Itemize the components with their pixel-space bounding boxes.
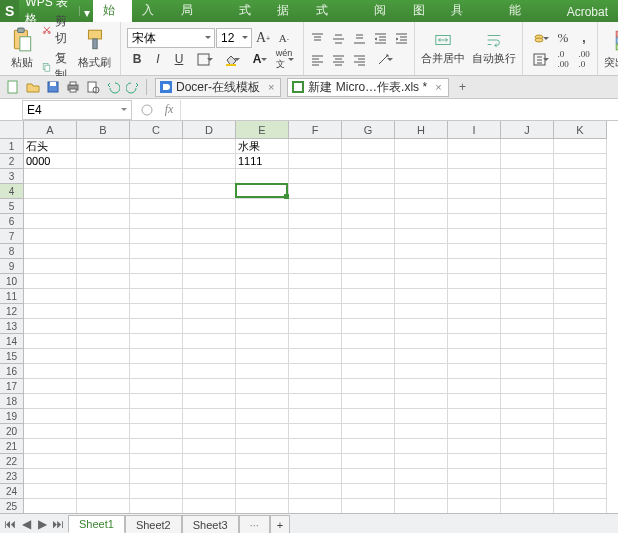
new-button[interactable] bbox=[4, 78, 22, 96]
cell-E14[interactable] bbox=[236, 334, 289, 349]
cell-H9[interactable] bbox=[395, 259, 448, 274]
cell-G17[interactable] bbox=[342, 379, 395, 394]
cell-K15[interactable] bbox=[554, 349, 607, 364]
cell-H7[interactable] bbox=[395, 229, 448, 244]
cell-A15[interactable] bbox=[24, 349, 77, 364]
cell-J7[interactable] bbox=[501, 229, 554, 244]
cell-G1[interactable] bbox=[342, 139, 395, 154]
cell-I11[interactable] bbox=[448, 289, 501, 304]
row-header-2[interactable]: 2 bbox=[0, 154, 24, 169]
cell-E25[interactable] bbox=[236, 499, 289, 513]
bold-button[interactable]: B bbox=[127, 49, 147, 69]
cell-E17[interactable] bbox=[236, 379, 289, 394]
cell-C20[interactable] bbox=[130, 424, 183, 439]
cell-K4[interactable] bbox=[554, 184, 607, 199]
cell-B2[interactable] bbox=[77, 154, 130, 169]
sheet-nav-next[interactable]: ▶ bbox=[34, 516, 50, 532]
cell-K7[interactable] bbox=[554, 229, 607, 244]
menu-tab-8[interactable]: 开发工具 bbox=[441, 0, 499, 22]
col-header-K[interactable]: K bbox=[554, 121, 607, 139]
cell-D7[interactable] bbox=[183, 229, 236, 244]
cell-J14[interactable] bbox=[501, 334, 554, 349]
cell-F20[interactable] bbox=[289, 424, 342, 439]
col-header-A[interactable]: A bbox=[24, 121, 77, 139]
cell-G5[interactable] bbox=[342, 199, 395, 214]
cell-E20[interactable] bbox=[236, 424, 289, 439]
cell-J24[interactable] bbox=[501, 484, 554, 499]
cell-H6[interactable] bbox=[395, 214, 448, 229]
cell-H22[interactable] bbox=[395, 454, 448, 469]
cell-D4[interactable] bbox=[183, 184, 236, 199]
cell-I13[interactable] bbox=[448, 319, 501, 334]
cell-G6[interactable] bbox=[342, 214, 395, 229]
sheet-nav-prev[interactable]: ◀ bbox=[18, 516, 34, 532]
cell-J12[interactable] bbox=[501, 304, 554, 319]
cell-C7[interactable] bbox=[130, 229, 183, 244]
fill-color-button[interactable] bbox=[217, 49, 243, 69]
doc-tab-workbook[interactable]: 新建 Micro…作表.xls * × bbox=[287, 78, 448, 97]
cell-F11[interactable] bbox=[289, 289, 342, 304]
comma-button[interactable]: , bbox=[574, 28, 594, 48]
phonetic-button[interactable]: wén文 bbox=[271, 49, 297, 69]
cell-C11[interactable] bbox=[130, 289, 183, 304]
cell-B4[interactable] bbox=[77, 184, 130, 199]
cell-C2[interactable] bbox=[130, 154, 183, 169]
cell-G19[interactable] bbox=[342, 409, 395, 424]
number-format-button[interactable] bbox=[526, 49, 552, 69]
cell-G16[interactable] bbox=[342, 364, 395, 379]
cell-A21[interactable] bbox=[24, 439, 77, 454]
cell-D16[interactable] bbox=[183, 364, 236, 379]
cell-D20[interactable] bbox=[183, 424, 236, 439]
col-header-G[interactable]: G bbox=[342, 121, 395, 139]
cell-A24[interactable] bbox=[24, 484, 77, 499]
cell-A7[interactable] bbox=[24, 229, 77, 244]
align-bottom-button[interactable] bbox=[349, 28, 369, 48]
row-header-5[interactable]: 5 bbox=[0, 199, 24, 214]
cell-C13[interactable] bbox=[130, 319, 183, 334]
row-header-9[interactable]: 9 bbox=[0, 259, 24, 274]
cell-C6[interactable] bbox=[130, 214, 183, 229]
cell-G3[interactable] bbox=[342, 169, 395, 184]
row-header-17[interactable]: 17 bbox=[0, 379, 24, 394]
cell-J9[interactable] bbox=[501, 259, 554, 274]
cell-E23[interactable] bbox=[236, 469, 289, 484]
cell-B16[interactable] bbox=[77, 364, 130, 379]
indent-inc-button[interactable] bbox=[391, 28, 411, 48]
cell-I5[interactable] bbox=[448, 199, 501, 214]
close-tab-icon[interactable]: × bbox=[268, 81, 274, 93]
cell-K12[interactable] bbox=[554, 304, 607, 319]
sheet-tab-Sheet3[interactable]: Sheet3 bbox=[182, 515, 239, 533]
cell-J8[interactable] bbox=[501, 244, 554, 259]
menu-tab-6[interactable]: 审阅 bbox=[364, 0, 403, 22]
row-header-8[interactable]: 8 bbox=[0, 244, 24, 259]
cell-A4[interactable] bbox=[24, 184, 77, 199]
sheet-tab-add[interactable]: + bbox=[270, 515, 290, 533]
cell-A6[interactable] bbox=[24, 214, 77, 229]
percent-button[interactable]: % bbox=[553, 28, 573, 48]
cell-I6[interactable] bbox=[448, 214, 501, 229]
cell-F13[interactable] bbox=[289, 319, 342, 334]
cell-G13[interactable] bbox=[342, 319, 395, 334]
cell-A25[interactable] bbox=[24, 499, 77, 513]
doc-tab-docer[interactable]: Docer-在线模板 × bbox=[155, 78, 281, 97]
cell-C12[interactable] bbox=[130, 304, 183, 319]
cell-D24[interactable] bbox=[183, 484, 236, 499]
cell-C1[interactable] bbox=[130, 139, 183, 154]
close-tab-icon[interactable]: × bbox=[435, 81, 441, 93]
menu-tab-9[interactable]: 特色功能 bbox=[499, 0, 557, 22]
cell-H21[interactable] bbox=[395, 439, 448, 454]
menu-tab-5[interactable]: 表格样式 bbox=[306, 0, 364, 22]
cell-B10[interactable] bbox=[77, 274, 130, 289]
menu-tab-2[interactable]: 页面布局 bbox=[171, 0, 229, 22]
cell-E18[interactable] bbox=[236, 394, 289, 409]
cell-F14[interactable] bbox=[289, 334, 342, 349]
cell-C16[interactable] bbox=[130, 364, 183, 379]
cell-F1[interactable] bbox=[289, 139, 342, 154]
cell-A1[interactable]: 石头 bbox=[24, 139, 77, 154]
row-header-14[interactable]: 14 bbox=[0, 334, 24, 349]
cell-F8[interactable] bbox=[289, 244, 342, 259]
cell-A17[interactable] bbox=[24, 379, 77, 394]
cell-C8[interactable] bbox=[130, 244, 183, 259]
cell-K6[interactable] bbox=[554, 214, 607, 229]
menu-tab-10[interactable]: Acrobat bbox=[557, 2, 618, 22]
